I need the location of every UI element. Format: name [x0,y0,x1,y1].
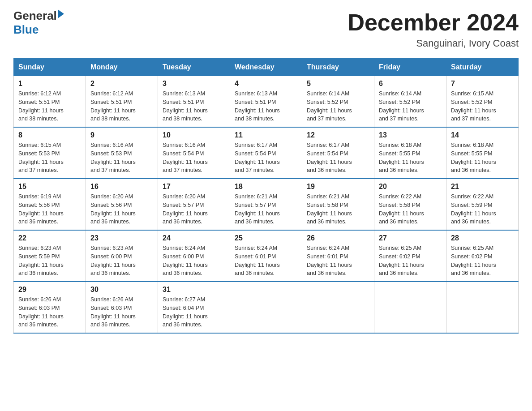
day-info: Sunrise: 6:13 AMSunset: 5:51 PMDaylight:… [235,90,297,123]
day-info: Sunrise: 6:17 AMSunset: 5:54 PMDaylight:… [307,141,369,175]
day-number: 18 [235,183,297,191]
day-number: 3 [163,80,225,88]
day-number: 5 [307,80,369,88]
day-info: Sunrise: 6:12 AMSunset: 5:51 PMDaylight:… [18,90,81,123]
header-thursday: Thursday [302,59,374,76]
calendar-cell: 28Sunrise: 6:25 AMSunset: 6:02 PMDayligh… [446,230,519,282]
day-number: 26 [307,234,369,242]
logo-arrow-icon [58,9,64,18]
calendar-cell: 27Sunrise: 6:25 AMSunset: 6:02 PMDayligh… [374,230,446,282]
calendar-title: December 2024 [348,9,519,36]
day-info: Sunrise: 6:25 AMSunset: 6:02 PMDaylight:… [451,244,514,278]
day-number: 27 [379,234,442,242]
day-info: Sunrise: 6:19 AMSunset: 5:56 PMDaylight:… [18,193,81,226]
logo-general-text: General [13,9,57,23]
day-info: Sunrise: 6:22 AMSunset: 5:58 PMDaylight:… [379,193,442,226]
calendar-cell: 14Sunrise: 6:18 AMSunset: 5:55 PMDayligh… [446,127,519,179]
day-number: 24 [163,234,225,242]
calendar-cell: 25Sunrise: 6:24 AMSunset: 6:01 PMDayligh… [230,230,302,282]
calendar-cell: 3Sunrise: 6:13 AMSunset: 5:51 PMDaylight… [158,76,230,128]
day-info: Sunrise: 6:23 AMSunset: 6:00 PMDaylight:… [90,244,153,278]
day-number: 31 [163,286,225,294]
day-info: Sunrise: 6:24 AMSunset: 6:00 PMDaylight:… [163,244,225,278]
day-number: 30 [90,286,153,294]
header-monday: Monday [86,59,158,76]
logo: General Blue [13,9,64,37]
day-number: 15 [18,183,81,191]
day-number: 11 [235,131,297,139]
calendar-week-row: 15Sunrise: 6:19 AMSunset: 5:56 PMDayligh… [14,179,519,230]
calendar-cell: 26Sunrise: 6:24 AMSunset: 6:01 PMDayligh… [302,230,374,282]
calendar-cell: 4Sunrise: 6:13 AMSunset: 5:51 PMDaylight… [230,76,302,128]
day-info: Sunrise: 6:18 AMSunset: 5:55 PMDaylight:… [451,141,514,175]
day-number: 28 [451,234,514,242]
calendar-cell: 7Sunrise: 6:15 AMSunset: 5:52 PMDaylight… [446,76,519,128]
calendar-cell: 8Sunrise: 6:15 AMSunset: 5:53 PMDaylight… [14,127,86,179]
day-number: 21 [451,183,514,191]
day-number: 25 [235,234,297,242]
day-info: Sunrise: 6:16 AMSunset: 5:54 PMDaylight:… [163,141,225,175]
calendar-cell: 1Sunrise: 6:12 AMSunset: 5:51 PMDaylight… [14,76,86,128]
day-info: Sunrise: 6:25 AMSunset: 6:02 PMDaylight:… [379,244,442,278]
day-info: Sunrise: 6:14 AMSunset: 5:52 PMDaylight:… [307,90,369,123]
calendar-cell: 18Sunrise: 6:21 AMSunset: 5:57 PMDayligh… [230,179,302,230]
day-info: Sunrise: 6:16 AMSunset: 5:53 PMDaylight:… [90,141,153,175]
day-number: 17 [163,183,225,191]
day-number: 12 [307,131,369,139]
title-area: December 2024 Sanguinari, Ivory Coast [348,9,519,49]
day-info: Sunrise: 6:27 AMSunset: 6:04 PMDaylight:… [163,295,225,329]
day-number: 9 [90,131,153,139]
calendar-cell: 13Sunrise: 6:18 AMSunset: 5:55 PMDayligh… [374,127,446,179]
day-number: 6 [379,80,442,88]
calendar-cell: 17Sunrise: 6:20 AMSunset: 5:57 PMDayligh… [158,179,230,230]
calendar-cell: 16Sunrise: 6:20 AMSunset: 5:56 PMDayligh… [86,179,158,230]
day-info: Sunrise: 6:12 AMSunset: 5:51 PMDaylight:… [90,90,153,123]
calendar-cell: 22Sunrise: 6:23 AMSunset: 5:59 PMDayligh… [14,230,86,282]
calendar-week-row: 1Sunrise: 6:12 AMSunset: 5:51 PMDaylight… [14,76,519,128]
calendar-cell: 10Sunrise: 6:16 AMSunset: 5:54 PMDayligh… [158,127,230,179]
logo-blue-text: Blue [13,23,39,37]
day-info: Sunrise: 6:26 AMSunset: 6:03 PMDaylight:… [18,295,81,329]
calendar-table: SundayMondayTuesdayWednesdayThursdayFrid… [13,58,519,334]
day-info: Sunrise: 6:15 AMSunset: 5:52 PMDaylight:… [451,90,514,123]
day-info: Sunrise: 6:23 AMSunset: 5:59 PMDaylight:… [18,244,81,278]
calendar-cell [230,282,302,333]
day-info: Sunrise: 6:24 AMSunset: 6:01 PMDaylight:… [235,244,297,278]
header-wednesday: Wednesday [230,59,302,76]
day-number: 8 [18,131,81,139]
calendar-cell [302,282,374,333]
day-number: 2 [90,80,153,88]
day-info: Sunrise: 6:14 AMSunset: 5:52 PMDaylight:… [379,90,442,123]
day-number: 20 [379,183,442,191]
day-info: Sunrise: 6:18 AMSunset: 5:55 PMDaylight:… [379,141,442,175]
calendar-cell: 2Sunrise: 6:12 AMSunset: 5:51 PMDaylight… [86,76,158,128]
calendar-location: Sanguinari, Ivory Coast [348,38,519,49]
day-info: Sunrise: 6:20 AMSunset: 5:57 PMDaylight:… [163,193,225,226]
calendar-cell: 31Sunrise: 6:27 AMSunset: 6:04 PMDayligh… [158,282,230,333]
calendar-cell: 29Sunrise: 6:26 AMSunset: 6:03 PMDayligh… [14,282,86,333]
day-number: 29 [18,286,81,294]
header-tuesday: Tuesday [158,59,230,76]
calendar-cell: 6Sunrise: 6:14 AMSunset: 5:52 PMDaylight… [374,76,446,128]
day-info: Sunrise: 6:15 AMSunset: 5:53 PMDaylight:… [18,141,81,175]
calendar-header-row: SundayMondayTuesdayWednesdayThursdayFrid… [14,59,519,76]
calendar-cell: 30Sunrise: 6:26 AMSunset: 6:03 PMDayligh… [86,282,158,333]
calendar-week-row: 29Sunrise: 6:26 AMSunset: 6:03 PMDayligh… [14,282,519,333]
calendar-cell: 15Sunrise: 6:19 AMSunset: 5:56 PMDayligh… [14,179,86,230]
day-number: 7 [451,80,514,88]
day-info: Sunrise: 6:21 AMSunset: 5:57 PMDaylight:… [235,193,297,226]
day-number: 16 [90,183,153,191]
day-info: Sunrise: 6:20 AMSunset: 5:56 PMDaylight:… [90,193,153,226]
calendar-cell: 9Sunrise: 6:16 AMSunset: 5:53 PMDaylight… [86,127,158,179]
calendar-cell: 21Sunrise: 6:22 AMSunset: 5:59 PMDayligh… [446,179,519,230]
calendar-cell: 19Sunrise: 6:21 AMSunset: 5:58 PMDayligh… [302,179,374,230]
calendar-cell [374,282,446,333]
page-header: General Blue December 2024 Sanguinari, I… [13,9,519,49]
day-number: 4 [235,80,297,88]
calendar-week-row: 22Sunrise: 6:23 AMSunset: 5:59 PMDayligh… [14,230,519,282]
calendar-cell: 24Sunrise: 6:24 AMSunset: 6:00 PMDayligh… [158,230,230,282]
day-number: 23 [90,234,153,242]
calendar-cell: 5Sunrise: 6:14 AMSunset: 5:52 PMDaylight… [302,76,374,128]
calendar-cell: 23Sunrise: 6:23 AMSunset: 6:00 PMDayligh… [86,230,158,282]
day-number: 14 [451,131,514,139]
